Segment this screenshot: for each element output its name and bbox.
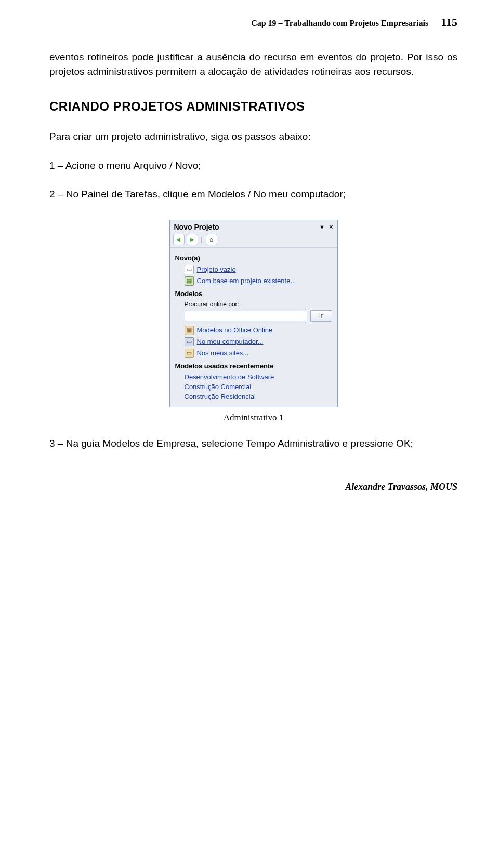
panel-menu-icon[interactable]: ▼ xyxy=(319,224,325,230)
section-intro: Para criar um projeto administrativo, si… xyxy=(49,129,457,144)
blank-doc-icon: ▭ xyxy=(185,265,194,274)
recent-template-1[interactable]: Desenvolvimento de Software xyxy=(177,372,332,382)
nav-forward-button[interactable]: ► xyxy=(187,234,198,245)
my-sites-icon: ▭ xyxy=(185,349,194,358)
panel-nav: ◄ ► | ⌂ xyxy=(170,233,337,248)
nav-home-button[interactable]: ⌂ xyxy=(206,234,217,245)
cat-recent-label: Modelos usados recentemente xyxy=(175,362,332,370)
item-templates-office-online[interactable]: ▣ Modelos no Office Online xyxy=(177,325,332,336)
section-heading: CRIANDO PROJETOS ADMINISTRATIVOS xyxy=(49,99,457,114)
recent-template-2[interactable]: Construção Comercial xyxy=(177,382,332,392)
recent-template-3[interactable]: Construção Residencial xyxy=(177,392,332,402)
my-computer-icon: ▭ xyxy=(185,337,194,346)
cat-new-label: Novo(a) xyxy=(175,254,332,262)
existing-project-icon: ▦ xyxy=(185,276,194,286)
office-online-icon: ▣ xyxy=(185,326,194,335)
search-online-input[interactable] xyxy=(185,311,307,321)
page-footer: Alexandre Travassos, MOUS xyxy=(49,482,457,492)
step-3: 3 – Na guia Modelos de Empresa, selecion… xyxy=(49,436,457,451)
page-number: 115 xyxy=(441,16,457,29)
item-blank-project[interactable]: ▭ Projeto vazio xyxy=(177,264,332,275)
page-header: Cap 19 – Trabalhando com Projetos Empres… xyxy=(49,16,457,29)
nav-back-button[interactable]: ◄ xyxy=(173,234,185,245)
chapter-label: Cap 19 – Trabalhando com Projetos Empres… xyxy=(251,19,428,28)
panel-titlebar: Novo Projeto ▼ × xyxy=(170,220,337,233)
figure-caption: Administrativo 1 xyxy=(49,412,457,423)
search-online-label: Procurar online por: xyxy=(177,300,332,309)
item-templates-my-sites[interactable]: ▭ Nos meus sites... xyxy=(177,348,332,359)
task-pane-screenshot: Novo Projeto ▼ × ◄ ► | ⌂ Novo(a) ▭ Proje… xyxy=(49,220,457,407)
step-2: 2 – No Painel de Tarefas, clique em Mode… xyxy=(49,187,457,202)
close-icon[interactable]: × xyxy=(329,223,333,231)
intro-paragraph: eventos rotineiros pode justificar a aus… xyxy=(49,50,457,78)
step-1: 1 – Acione o menu Arquivo / Novo; xyxy=(49,158,457,173)
item-templates-my-computer[interactable]: ▭ No meu computador... xyxy=(177,336,332,348)
panel-title-text: Novo Projeto xyxy=(174,223,219,231)
cat-templates-label: Modelos xyxy=(175,290,332,298)
item-from-existing[interactable]: ▦ Com base em projeto existente... xyxy=(177,275,332,287)
nav-separator: | xyxy=(201,236,203,243)
search-go-button[interactable]: Ir xyxy=(310,310,332,322)
